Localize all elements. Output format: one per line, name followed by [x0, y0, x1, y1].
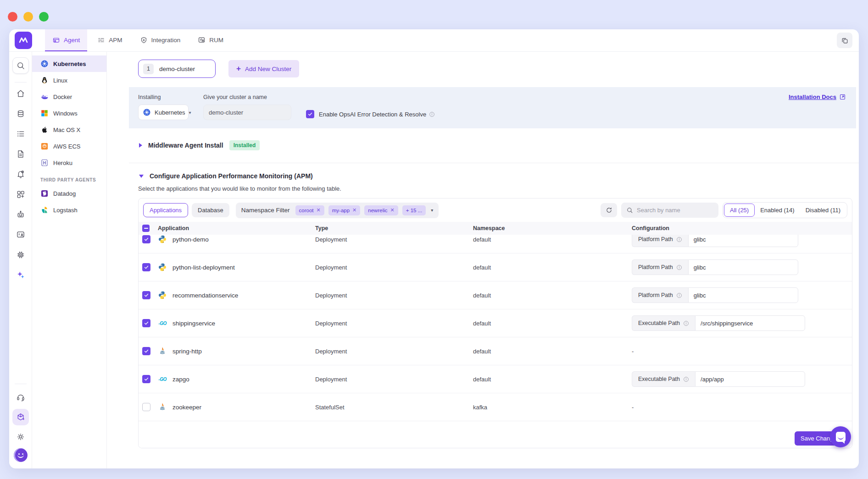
- row-checkbox[interactable]: [142, 263, 150, 271]
- ai-sparkle-icon[interactable]: [16, 270, 25, 280]
- settings-gear-icon[interactable]: [16, 432, 25, 441]
- info-icon: [676, 237, 682, 242]
- row-checkbox[interactable]: [142, 291, 150, 299]
- select-all-checkbox[interactable]: [142, 225, 150, 232]
- filter-all[interactable]: All (25): [724, 204, 755, 217]
- namespace-tag[interactable]: my-app✕: [328, 205, 361, 215]
- minimize-window-button[interactable]: [23, 12, 33, 22]
- apple-icon: [40, 126, 49, 134]
- row-checkbox[interactable]: [142, 235, 150, 243]
- opsai-label: Enable OpsAI Error Detection & Resolve: [319, 111, 435, 118]
- config-type-chip[interactable]: Executable Path: [632, 315, 695, 331]
- copy-layout-button[interactable]: [837, 33, 852, 48]
- config-value-input[interactable]: [695, 315, 805, 331]
- config-type-chip[interactable]: Platform Path: [632, 259, 688, 275]
- opsai-checkbox[interactable]: [306, 110, 314, 118]
- logs-icon[interactable]: [16, 129, 25, 138]
- tab-database[interactable]: Database: [192, 203, 229, 217]
- row-checkbox[interactable]: [142, 375, 150, 383]
- table-row: -GOzapgo Deployment default Executable P…: [139, 365, 852, 393]
- sidebar-item-windows[interactable]: Windows: [32, 105, 106, 121]
- tab-apm[interactable]: APM: [90, 29, 129, 51]
- namespace-tag[interactable]: newrelic✕: [364, 205, 398, 215]
- sidebar-item-datadog[interactable]: Datadog: [32, 185, 106, 202]
- tab-integration-label: Integration: [151, 37, 181, 44]
- main-content: 1 demo-cluster + Add New Cluster Install…: [107, 52, 859, 468]
- top-navbar: Agent APM Integration RUM: [9, 29, 859, 52]
- global-search-button[interactable]: [12, 57, 29, 74]
- config-empty: -: [632, 404, 847, 411]
- config-type-chip[interactable]: Platform Path: [632, 287, 688, 303]
- search-input[interactable]: [637, 207, 706, 214]
- sidebar-item-label: Kubernetes: [53, 61, 86, 67]
- installing-label: Installing: [138, 94, 189, 100]
- search-icon: [626, 207, 633, 214]
- refresh-button[interactable]: [601, 203, 617, 217]
- installation-docs-link[interactable]: Installation Docs: [789, 94, 846, 100]
- row-checkbox[interactable]: [142, 319, 150, 327]
- rum-monitor-icon[interactable]: [16, 230, 25, 239]
- maximize-window-button[interactable]: [39, 12, 49, 22]
- cluster-tab-demo-cluster[interactable]: 1 demo-cluster: [138, 60, 216, 78]
- installation-rail-button[interactable]: [12, 409, 29, 425]
- processes-chip-icon[interactable]: [16, 250, 25, 259]
- config-value-input[interactable]: [688, 235, 798, 247]
- namespace-value: default: [473, 348, 632, 355]
- namespace-tag[interactable]: coroot✕: [295, 205, 324, 215]
- table-row: recommendationservice Deployment default…: [139, 281, 852, 309]
- sidebar-item-kubernetes[interactable]: Kubernetes: [32, 55, 106, 72]
- profile-avatar[interactable]: [14, 448, 28, 462]
- heroku-icon: [40, 159, 49, 167]
- filter-disabled[interactable]: Disabled (11): [800, 204, 846, 217]
- middleware-logo[interactable]: [15, 32, 32, 49]
- config-value-input[interactable]: [688, 287, 798, 303]
- namespace-value: default: [473, 320, 632, 327]
- sidebar-item-logstash[interactable]: Logstash: [32, 202, 106, 218]
- assistant-robot-icon[interactable]: [16, 210, 25, 219]
- support-headset-icon[interactable]: [16, 393, 25, 402]
- sidebar-item-aws-ecs[interactable]: AWS ECS: [32, 138, 106, 154]
- sidebar-item-docker[interactable]: Docker: [32, 88, 106, 105]
- table-row: spring-http Deployment default -: [139, 337, 852, 365]
- home-icon[interactable]: [16, 89, 25, 98]
- tab-integration[interactable]: Integration: [133, 29, 188, 51]
- column-application: Application: [158, 225, 315, 231]
- tab-agent[interactable]: Agent: [45, 29, 87, 51]
- windows-icon: [40, 109, 49, 117]
- agents-sidebar: Kubernetes Linux Docker Windows Mac OS X…: [32, 52, 107, 468]
- config-value-input[interactable]: [688, 259, 798, 275]
- collapse-arrow-icon[interactable]: [139, 143, 142, 148]
- close-window-button[interactable]: [8, 12, 17, 22]
- status-filter-group: All (25) Enabled (14) Disabled (11): [723, 202, 847, 218]
- integrations-grid-icon[interactable]: [16, 190, 25, 199]
- intercom-chat-button[interactable]: [830, 426, 851, 447]
- sidebar-item-linux[interactable]: Linux: [32, 72, 106, 88]
- tab-applications[interactable]: Applications: [143, 203, 188, 217]
- config-value-input[interactable]: [695, 371, 805, 387]
- chevron-down-icon[interactable]: ▾: [431, 208, 433, 213]
- filter-enabled[interactable]: Enabled (14): [755, 204, 800, 217]
- expand-arrow-icon[interactable]: [139, 175, 144, 178]
- cluster-name-input[interactable]: [203, 105, 291, 120]
- platform-select-value: Kubernetes: [155, 109, 185, 116]
- kubernetes-icon: [40, 60, 49, 68]
- row-checkbox[interactable]: [142, 347, 150, 355]
- row-checkbox[interactable]: [142, 403, 150, 411]
- alerts-bell-icon[interactable]: [16, 170, 25, 179]
- reports-icon[interactable]: [16, 149, 25, 159]
- namespace-tag-more[interactable]: + 15 ...: [402, 205, 426, 215]
- workload-type: Deployment: [315, 348, 473, 355]
- platform-select[interactable]: Kubernetes ▾: [138, 105, 189, 120]
- cluster-name-label: Give your cluster a name: [203, 94, 291, 100]
- namespace-value: kafka: [473, 404, 632, 411]
- remove-tag-icon[interactable]: ✕: [352, 207, 356, 213]
- config-type-chip[interactable]: Executable Path: [632, 371, 695, 387]
- add-new-cluster-button[interactable]: + Add New Cluster: [228, 60, 299, 77]
- infrastructure-icon[interactable]: [16, 109, 25, 118]
- config-type-chip[interactable]: Platform Path: [632, 235, 688, 247]
- sidebar-item-macosx[interactable]: Mac OS X: [32, 121, 106, 138]
- sidebar-item-heroku[interactable]: Heroku: [32, 154, 106, 171]
- remove-tag-icon[interactable]: ✕: [317, 207, 321, 213]
- remove-tag-icon[interactable]: ✕: [390, 207, 395, 213]
- tab-rum[interactable]: RUM: [190, 29, 231, 51]
